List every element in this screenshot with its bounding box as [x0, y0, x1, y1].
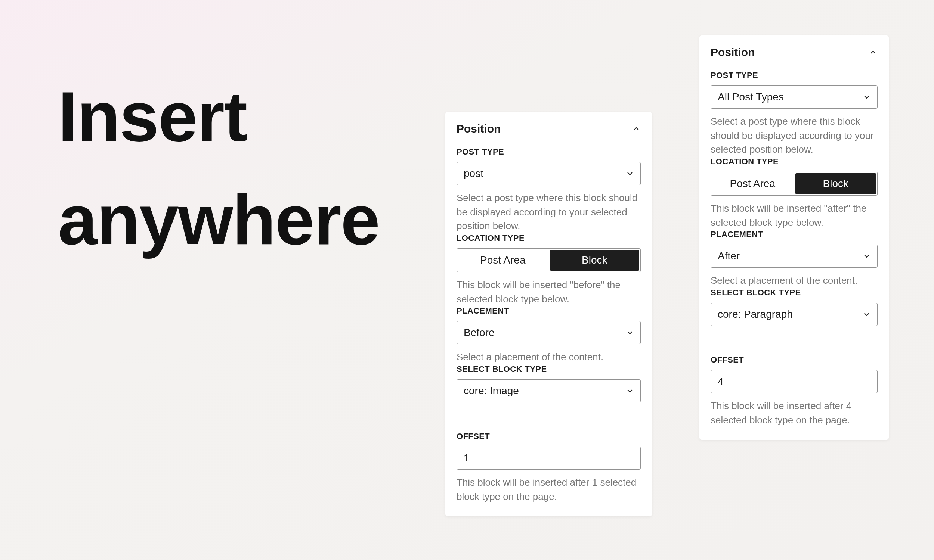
panel-header[interactable]: Position — [456, 123, 641, 135]
block-type-select[interactable]: core: Paragraph — [711, 303, 878, 326]
offset-label: OFFSET — [456, 432, 641, 441]
location-type-toggle: Post Area Block — [711, 172, 878, 195]
chevron-down-icon — [862, 92, 871, 102]
chevron-down-icon — [862, 252, 871, 261]
chevron-up-icon — [869, 48, 878, 57]
chevron-down-icon — [862, 310, 871, 319]
post-type-help: Select a post type where this block shou… — [711, 115, 878, 157]
post-type-select[interactable]: All Post Types — [711, 86, 878, 109]
panel-title: Position — [456, 123, 501, 135]
placement-value: Before — [464, 327, 495, 338]
placement-value: After — [718, 250, 740, 262]
block-type-value: core: Paragraph — [718, 308, 793, 320]
position-panel-1: Position POST TYPE post Select a post ty… — [445, 112, 652, 516]
post-type-help: Select a post type where this block shou… — [456, 191, 641, 233]
headline: Insert anywhere — [58, 65, 379, 271]
location-option-post-area[interactable]: Post Area — [458, 250, 548, 271]
post-type-label: POST TYPE — [456, 147, 641, 157]
chevron-down-icon — [626, 328, 634, 337]
block-type-value: core: Image — [464, 385, 519, 397]
spacer — [456, 408, 641, 423]
chevron-down-icon — [626, 169, 634, 178]
post-type-label: POST TYPE — [711, 71, 878, 80]
headline-line2: anywhere — [58, 168, 379, 271]
position-panel-2: Position POST TYPE All Post Types Select… — [700, 35, 889, 440]
placement-help: Select a placement of the content. — [711, 274, 878, 288]
block-type-label: SELECT BLOCK TYPE — [456, 365, 641, 374]
offset-input[interactable] — [456, 446, 641, 470]
headline-line1: Insert — [58, 65, 379, 168]
spacer — [711, 332, 878, 346]
chevron-down-icon — [626, 386, 634, 395]
placement-help: Select a placement of the content. — [456, 350, 641, 365]
location-type-label: LOCATION TYPE — [711, 157, 878, 166]
offset-label: OFFSET — [711, 355, 878, 365]
location-type-help: This block will be inserted "after" the … — [711, 202, 878, 229]
post-type-select[interactable]: post — [456, 162, 641, 185]
location-option-block[interactable]: Block — [550, 250, 640, 271]
placement-select[interactable]: After — [711, 245, 878, 268]
placement-label: PLACEMENT — [456, 306, 641, 316]
block-type-label: SELECT BLOCK TYPE — [711, 288, 878, 297]
post-type-value: post — [464, 168, 484, 180]
panel-header[interactable]: Position — [711, 46, 878, 58]
panel-title: Position — [711, 46, 755, 58]
location-type-label: LOCATION TYPE — [456, 233, 641, 243]
location-type-toggle: Post Area Block — [456, 248, 641, 272]
location-option-post-area[interactable]: Post Area — [712, 173, 793, 194]
post-type-value: All Post Types — [718, 91, 784, 103]
offset-help: This block will be inserted after 1 sele… — [456, 475, 641, 504]
block-type-select[interactable]: core: Image — [456, 379, 641, 403]
location-type-help: This block will be inserted "before" the… — [456, 278, 641, 306]
chevron-up-icon — [632, 124, 641, 133]
placement-select[interactable]: Before — [456, 321, 641, 344]
location-option-block[interactable]: Block — [795, 173, 877, 194]
offset-help: This block will be inserted after 4 sele… — [711, 399, 878, 427]
offset-input[interactable] — [711, 370, 878, 393]
placement-label: PLACEMENT — [711, 229, 878, 239]
